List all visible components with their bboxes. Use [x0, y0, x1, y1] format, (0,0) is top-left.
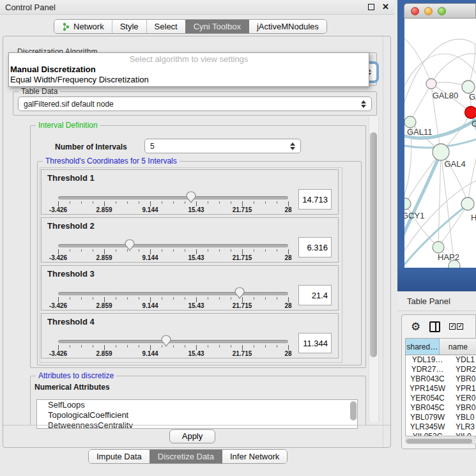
threshold-4-slider-thumb[interactable] — [161, 335, 171, 347]
table-cell-shared-name: YBR043C — [406, 374, 449, 384]
threshold-4-panel: Threshold 4 -3.4262.8599.14415.4321.7152… — [41, 313, 339, 358]
tab-network[interactable]: Network — [54, 20, 112, 33]
network-edge[interactable] — [410, 84, 431, 122]
table-row[interactable]: YDR27…YDR2 — [406, 365, 476, 374]
table-cell-shared-name: YDR27… — [406, 365, 449, 374]
table-cell-shared-name: YIL052C — [406, 432, 449, 436]
attribute-list-item[interactable]: TopologicalCoefficient — [37, 410, 357, 420]
network-view-window: GAL80 GA C GAL11 GAL4 GCY1 H HAP2 — [404, 3, 476, 295]
table-row[interactable]: YBR045CYBR0 — [406, 403, 476, 413]
num-intervals-combobox[interactable]: 5 — [144, 139, 301, 153]
network-node-gal11[interactable] — [404, 116, 416, 128]
num-intervals-label: Number of Intervals — [55, 142, 127, 151]
tab-style[interactable]: Style — [112, 20, 146, 33]
attribute-list-item[interactable]: SelfLoops — [37, 400, 357, 410]
group-title: Table Data — [19, 87, 60, 96]
close-traffic-light-icon[interactable] — [411, 7, 419, 15]
threshold-3-value-input[interactable] — [298, 285, 332, 305]
network-node-gal4[interactable] — [433, 144, 449, 160]
table-cell-shared-name: YBL079W — [406, 413, 449, 422]
node-label-partial: C — [472, 119, 476, 128]
control-panel: Control Panel ✕ Network Style — [0, 0, 394, 476]
slider-area — [58, 266, 288, 311]
table-row[interactable]: YIL052CYIL0 — [406, 432, 476, 436]
network-node-h[interactable] — [461, 197, 474, 210]
tab-label: Infer Network — [230, 452, 279, 461]
table-cell-name: YIL0 — [449, 432, 476, 436]
close-icon[interactable]: ✕ — [382, 4, 389, 10]
table-rows: YDL19…YDL1YDR27…YDR2YBR043CYBR0YPR145WYP… — [406, 355, 476, 436]
threshold-1-value-input[interactable] — [298, 189, 332, 210]
table-panel-toolbar: ⚙ ✓ ✓ — [402, 315, 476, 338]
network-edge[interactable] — [438, 152, 441, 247]
tab-discretize-data[interactable]: Discretize Data — [150, 450, 222, 463]
tab-label: Impute Data — [96, 452, 142, 461]
column-header-shared-name[interactable]: shared… — [406, 339, 440, 355]
dropdown-option-manual[interactable]: Manual Discretization — [9, 65, 369, 74]
tab-label: Style — [120, 22, 139, 31]
node-table: shared… name YDL19…YDL1YDR27…YDR2YBR043C… — [405, 338, 476, 436]
network-edge[interactable] — [404, 36, 431, 84]
table-cell-name: YER0 — [449, 394, 476, 403]
network-node-gal80[interactable] — [426, 79, 436, 89]
network-window-titlebar[interactable] — [404, 3, 476, 19]
table-row[interactable]: YLR345WYLR3 — [406, 422, 476, 432]
network-edge[interactable] — [404, 39, 476, 114]
slider-area — [58, 170, 288, 215]
tab-jactivemnodules[interactable]: jActiveMNodules — [249, 20, 326, 33]
network-node[interactable] — [462, 81, 475, 93]
group-title: Threshold's Coordinates for 5 Intervals — [43, 157, 180, 165]
dropdown-option-equal-width[interactable]: Equal Width/Frequency Discretization — [9, 75, 369, 84]
inner-divider — [383, 36, 383, 447]
column-header-name[interactable]: name — [440, 339, 476, 355]
tab-cyni-toolbox[interactable]: Cyni Toolbox — [185, 20, 249, 33]
separator — [3, 425, 390, 426]
network-node-gcy1[interactable] — [404, 198, 411, 210]
table-row[interactable]: YER054CYER0 — [406, 394, 476, 403]
network-edge[interactable] — [431, 54, 476, 84]
table-data-combobox[interactable]: galFiltered.sif default node — [18, 96, 372, 111]
tab-infer-network[interactable]: Infer Network — [222, 450, 287, 463]
table-panel: ⚙ ✓ ✓ shared… name YDL19…YDL1YDR27…YDR2Y… — [401, 314, 476, 449]
columns-icon[interactable] — [429, 321, 440, 332]
table-cell-name: YBR0 — [449, 374, 476, 384]
attributes-group: Attributes to discretize Numerical Attri… — [30, 376, 366, 426]
panel-title: Control Panel — [5, 3, 56, 12]
tab-select[interactable]: Select — [146, 20, 185, 33]
table-row[interactable]: YBR043CYBR0 — [406, 374, 476, 384]
panel-scrollbar-thumb[interactable] — [370, 132, 377, 357]
minimize-traffic-light-icon[interactable] — [424, 7, 433, 15]
table-row[interactable]: YPR145WYPR1 — [406, 384, 476, 394]
node-label: GAL11 — [407, 127, 433, 137]
gear-icon[interactable]: ⚙ — [411, 321, 420, 332]
control-panel-titlebar: Control Panel ✕ — [0, 0, 394, 15]
tab-impute-data[interactable]: Impute Data — [89, 450, 150, 463]
threshold-3-slider-thumb[interactable] — [234, 287, 245, 299]
select-columns-button[interactable]: ✓ ✓ — [449, 323, 463, 330]
table-row[interactable]: YBL079WYBL0 — [406, 413, 476, 422]
network-node-red[interactable] — [465, 107, 476, 119]
threshold-1-panel: Threshold 1 -3.4262.8599.14415.4321.7152… — [41, 169, 339, 215]
network-edge[interactable] — [468, 150, 476, 204]
threshold-2-value-input[interactable] — [298, 237, 332, 257]
table-hscrollbar-track[interactable] — [405, 438, 476, 444]
apply-button[interactable]: Apply — [169, 429, 215, 443]
threshold-1-slider-thumb[interactable] — [186, 191, 196, 203]
attributes-scrollbar-thumb[interactable] — [350, 401, 357, 420]
spinner-arrows-icon — [289, 142, 295, 150]
table-cell-name: YDL1 — [449, 355, 476, 365]
network-canvas[interactable]: GAL80 GA C GAL11 GAL4 GCY1 H HAP2 — [404, 19, 476, 268]
bottom-tab-bar: Impute Data Discretize Data Infer Networ… — [88, 449, 288, 464]
zoom-traffic-light-icon[interactable] — [438, 7, 446, 15]
threshold-2-slider-thumb[interactable] — [125, 239, 135, 251]
network-graph: GAL80 GA C GAL11 GAL4 GCY1 H HAP2 — [404, 19, 476, 268]
table-row[interactable]: YDL19…YDL1 — [406, 355, 476, 365]
network-edge[interactable] — [404, 152, 441, 241]
spinner-arrows-icon — [360, 100, 366, 108]
threshold-4-value-input[interactable] — [298, 333, 332, 353]
slider-area — [58, 218, 288, 263]
table-hscrollbar-thumb[interactable] — [406, 439, 472, 443]
node-label-partial: GA — [469, 92, 476, 102]
float-window-icon[interactable] — [368, 4, 374, 10]
network-node-hap2[interactable] — [433, 242, 444, 253]
